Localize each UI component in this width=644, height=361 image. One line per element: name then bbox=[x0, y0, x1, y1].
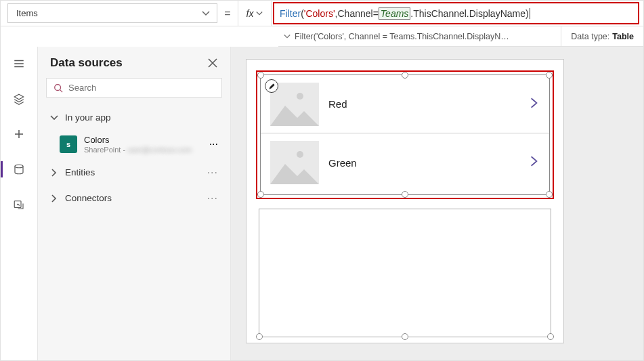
formula-token-string: 'Colors' bbox=[304, 8, 335, 19]
formula-bar[interactable]: Filter('Colors', Channel = Teams.ThisCha… bbox=[273, 2, 639, 24]
gallery-bounds-extension[interactable] bbox=[259, 209, 551, 337]
gallery-item[interactable]: Green bbox=[261, 133, 549, 192]
rail-data[interactable] bbox=[5, 159, 33, 179]
formula-token-teams: Teams bbox=[379, 7, 411, 20]
data-sources-panel: Data sources In your app s Colors ShareP… bbox=[38, 47, 231, 360]
formula-token: Channel bbox=[338, 8, 373, 19]
annotation-highlight: Red Green bbox=[256, 70, 554, 199]
datasource-name: Colors bbox=[84, 135, 202, 146]
resize-handle[interactable] bbox=[402, 191, 408, 198]
resize-handle[interactable] bbox=[547, 333, 554, 340]
section-label: Entities bbox=[65, 167, 200, 177]
pencil-icon bbox=[268, 83, 276, 90]
section-label: In your app bbox=[65, 112, 218, 123]
chevron-right-icon bbox=[528, 155, 540, 167]
resize-handle[interactable] bbox=[402, 72, 408, 79]
svg-point-6 bbox=[297, 151, 303, 158]
search-box[interactable] bbox=[46, 78, 222, 98]
navigate-arrow[interactable] bbox=[528, 97, 540, 112]
gallery-item-title: Red bbox=[328, 98, 518, 110]
formula-token: ) bbox=[525, 8, 529, 19]
formula-token-fn: Filter bbox=[280, 8, 301, 19]
formula-token: .ThisChannel.DisplayName bbox=[410, 8, 525, 19]
datatype-value: Table bbox=[612, 32, 634, 41]
chevron-down-icon bbox=[256, 10, 263, 17]
panel-title: Data sources bbox=[50, 56, 123, 70]
search-icon bbox=[53, 83, 63, 93]
canvas-area[interactable]: Red Green bbox=[231, 47, 643, 360]
layers-icon bbox=[13, 93, 25, 105]
section-in-your-app[interactable]: In your app bbox=[46, 106, 222, 129]
section-label: Connectors bbox=[65, 193, 200, 203]
fx-dropdown[interactable]: fx bbox=[238, 1, 272, 26]
rail-treeview[interactable] bbox=[5, 54, 33, 74]
resize-handle[interactable] bbox=[402, 333, 408, 340]
formula-summary-text: Filter('Colors', Channel = Teams.ThisCha… bbox=[295, 32, 509, 41]
resize-handle[interactable] bbox=[257, 72, 264, 79]
chevron-right-icon bbox=[528, 97, 540, 109]
property-dropdown[interactable]: Items bbox=[7, 3, 217, 23]
formula-token: = bbox=[373, 8, 379, 19]
media-icon bbox=[13, 198, 25, 211]
equals-label: = bbox=[217, 1, 238, 26]
resize-handle[interactable] bbox=[257, 191, 264, 198]
text-cursor bbox=[530, 8, 530, 19]
gallery-item[interactable]: Red bbox=[261, 75, 549, 133]
search-input[interactable] bbox=[68, 83, 215, 93]
svg-point-4 bbox=[297, 93, 303, 100]
datatype-indicator: Data type: Table bbox=[561, 26, 643, 46]
close-icon[interactable] bbox=[207, 58, 218, 68]
chevron-down-icon bbox=[50, 114, 58, 122]
svg-point-0 bbox=[15, 165, 23, 168]
chevron-right-icon bbox=[50, 194, 58, 203]
rail-insert[interactable] bbox=[5, 89, 33, 109]
datasource-item-colors[interactable]: s Colors SharePoint - user@contoso.com ·… bbox=[46, 129, 222, 160]
formula-result-summary[interactable]: Filter('Colors', Channel = Teams.ThisCha… bbox=[278, 32, 561, 41]
screen-canvas[interactable]: Red Green bbox=[246, 59, 564, 343]
svg-point-2 bbox=[55, 84, 61, 90]
sharepoint-icon: s bbox=[60, 135, 77, 153]
datasource-subtype-prefix: SharePoint - bbox=[84, 146, 127, 154]
chevron-down-icon bbox=[202, 9, 210, 18]
more-icon[interactable]: ··· bbox=[207, 167, 218, 179]
rail-add[interactable] bbox=[5, 124, 33, 144]
resize-handle[interactable] bbox=[256, 333, 263, 340]
gallery-selection[interactable]: Red Green bbox=[260, 75, 550, 195]
datasource-subtype: SharePoint - user@contoso.com bbox=[84, 146, 202, 154]
rail-media[interactable] bbox=[5, 194, 33, 215]
hamburger-icon bbox=[13, 58, 25, 70]
gallery-item-title: Green bbox=[328, 157, 518, 169]
more-icon[interactable]: ··· bbox=[207, 192, 218, 205]
datatype-label: Data type: bbox=[571, 32, 609, 41]
more-icon[interactable]: ··· bbox=[209, 138, 218, 150]
edit-template-button[interactable] bbox=[265, 79, 278, 93]
datasource-subtype-hidden: user@contoso.com bbox=[127, 146, 192, 154]
left-rail bbox=[1, 47, 38, 360]
section-connectors[interactable]: Connectors ··· bbox=[46, 186, 222, 211]
chevron-down-icon bbox=[284, 33, 291, 40]
image-placeholder bbox=[270, 141, 319, 184]
plus-icon bbox=[13, 128, 25, 140]
property-name: Items bbox=[16, 8, 38, 18]
resize-handle[interactable] bbox=[546, 191, 553, 198]
resize-handle[interactable] bbox=[546, 72, 553, 79]
navigate-arrow[interactable] bbox=[528, 155, 540, 170]
section-entities[interactable]: Entities ··· bbox=[46, 160, 222, 186]
fx-label: fx bbox=[246, 8, 254, 19]
chevron-right-icon bbox=[50, 169, 58, 177]
database-icon bbox=[13, 163, 25, 175]
